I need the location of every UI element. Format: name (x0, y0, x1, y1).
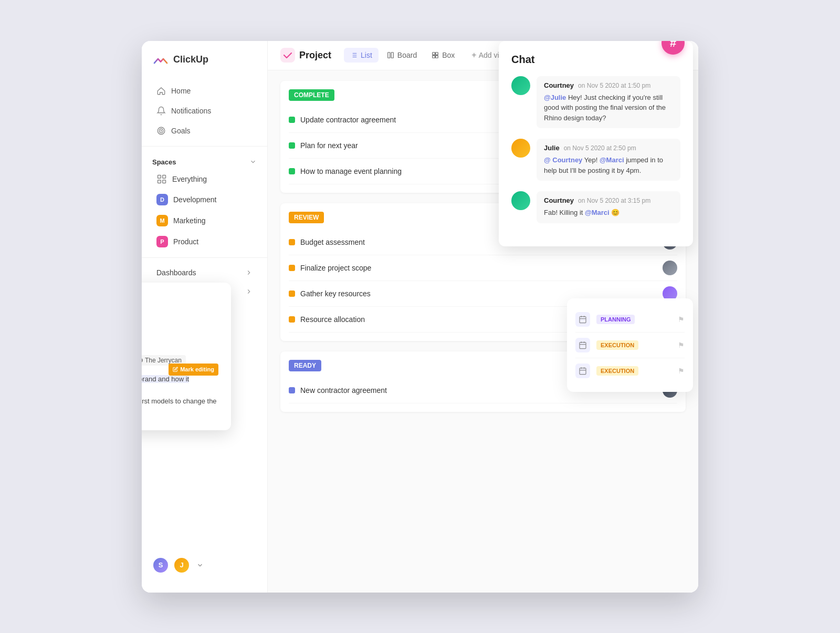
chat-message-1: Courtney on Nov 5 2020 at 1:50 pm @Julie… (511, 76, 680, 129)
chat-bubble-header-1: Courtney on Nov 5 2020 at 1:50 pm (544, 81, 673, 89)
development-dot: D (156, 194, 168, 205)
tab-list[interactable]: List (344, 48, 379, 63)
user-avatar-s[interactable]: S (152, 557, 169, 574)
chat-text-1: @Julie Hey! Just checking if you're stil… (544, 92, 673, 123)
chat-panel: # Chat Courtney on Nov 5 2020 at 1:50 pm… (499, 41, 693, 246)
chevron-right-icon (245, 269, 253, 276)
chat-text-2: @ Courtney Yep! @Marci jumped in to help… (544, 155, 673, 175)
complete-badge: COMPLETE (289, 89, 334, 101)
chat-time-2: on Nov 5 2020 at 2:50 pm (564, 144, 636, 152)
page-links-label: PAGE LINKS (142, 345, 218, 351)
project-title: Project (299, 50, 331, 61)
marketing-label: Marketing (173, 216, 205, 225)
development-label: Development (173, 195, 217, 204)
edit-icon (173, 367, 178, 372)
chat-title: Chat (511, 54, 680, 66)
chat-mention-4: @Marci (585, 209, 610, 216)
status-dot-ready (289, 387, 295, 393)
sidebar-footer: S J (142, 548, 267, 582)
svg-rect-16 (433, 53, 435, 55)
sidebar-item-dashboards[interactable]: Dashboards (146, 264, 263, 282)
chat-mention-3: @Marci (600, 156, 624, 164)
flag-icon-1: ⚑ (678, 315, 685, 324)
marketing-dot: M (156, 215, 168, 226)
chat-hash-icon: # (662, 41, 685, 55)
svg-rect-22 (580, 316, 586, 323)
table-row[interactable]: Finalize project scope (289, 255, 677, 281)
execution-badge-1: EXECUTION (596, 340, 638, 350)
task-avatar (663, 261, 677, 275)
sidebar-item-everything[interactable]: Everything (146, 170, 263, 189)
list-item[interactable]: EXECUTION ⚑ (575, 333, 685, 358)
svg-rect-19 (436, 56, 438, 58)
task-name: Finalize project scope (300, 264, 657, 272)
status-dot-complete (289, 142, 295, 149)
nav-notifications-label: Notifications (171, 107, 211, 115)
page-link-dot-3 (142, 358, 143, 362)
chat-author-1: Courtney (544, 81, 574, 89)
nav-notifications[interactable]: Notifications (146, 101, 263, 120)
nav-goals-label: Goals (171, 127, 191, 135)
chat-author-3: Courtney (544, 196, 574, 204)
nav-goals[interactable]: Goals (146, 121, 263, 140)
chat-time-1: on Nov 5 2020 at 1:50 pm (578, 82, 650, 89)
chat-bubble-2: Julie on Nov 5 2020 at 2:50 pm @ Courtne… (537, 139, 680, 181)
tab-board[interactable]: Board (381, 48, 423, 63)
box-icon (432, 51, 439, 59)
chevron-down-icon (249, 158, 257, 165)
task-name: Gather key resources (300, 289, 657, 298)
ready-badge: READY (289, 360, 321, 371)
status-dot-complete (289, 117, 295, 123)
spaces-header: Spaces (142, 152, 267, 169)
chat-avatar-courtney-2 (511, 191, 530, 210)
sidebar-item-marketing[interactable]: M Marketing (146, 211, 263, 231)
status-dot-review (289, 239, 295, 245)
svg-rect-15 (391, 53, 393, 58)
svg-rect-30 (580, 368, 586, 374)
chat-bubble-header-3: Courtney on Nov 5 2020 at 3:15 pm (544, 196, 673, 204)
list-icon (350, 51, 358, 59)
list-item[interactable]: EXECUTION ⚑ (575, 358, 685, 383)
svg-rect-3 (158, 175, 161, 178)
status-dot-review (289, 290, 295, 297)
svg-rect-18 (433, 56, 435, 58)
chat-bubble-3: Courtney on Nov 5 2020 at 3:15 pm Fab! K… (537, 191, 680, 223)
product-label: Product (173, 237, 198, 246)
chevron-down-footer-icon (196, 562, 204, 569)
chat-bubble-header-2: Julie on Nov 5 2020 at 2:50 pm (544, 144, 673, 152)
tab-box[interactable]: Box (425, 48, 461, 63)
docs-title-section: Docs Add Comment Settings (142, 295, 218, 316)
nav-home[interactable]: Home (146, 81, 263, 100)
chat-avatar-julie (511, 139, 530, 158)
execution-badge-2: EXECUTION (596, 366, 638, 376)
sidebar-item-development[interactable]: D Development (146, 190, 263, 210)
docs-panel: Docs Add Comment Settings Meeting Notes … (142, 283, 231, 431)
clickup-logo-icon (152, 51, 169, 68)
chat-message-3: Courtney on Nov 5 2020 at 3:15 pm Fab! K… (511, 191, 680, 223)
status-dot-review (289, 316, 295, 323)
chat-mention-2: @ Courtney (544, 156, 582, 164)
user-avatar-j[interactable]: J (173, 557, 190, 574)
docs-body: Mark editing Today, many of us know the … (142, 374, 218, 418)
chat-author-2: Julie (544, 144, 560, 152)
home-icon (156, 86, 166, 96)
chat-time-3: on Nov 5 2020 at 3:15 pm (578, 197, 650, 204)
calendar-icon-3 (575, 364, 590, 378)
docs-actions: Add Comment Settings (142, 309, 218, 316)
board-icon (387, 51, 394, 59)
chat-avatar-courtney (511, 76, 530, 95)
nav-home-label: Home (171, 87, 191, 95)
list-item[interactable]: PLANNING ⚑ (575, 307, 685, 333)
docs-title: Docs (142, 295, 218, 305)
svg-rect-4 (163, 175, 166, 178)
sidebar-item-product[interactable]: P Product (146, 232, 263, 252)
svg-rect-6 (163, 180, 166, 183)
logo[interactable]: ClickUp (142, 51, 267, 81)
planning-badge-1: PLANNING (596, 315, 635, 324)
status-dot-complete (289, 168, 295, 174)
svg-rect-7 (280, 48, 295, 63)
chat-bubble-1: Courtney on Nov 5 2020 at 1:50 pm @Julie… (537, 76, 680, 129)
chat-text-3: Fab! Killing it @Marci 😊 (544, 207, 673, 218)
flag-icon-3: ⚑ (678, 367, 685, 375)
view-tabs: List Board Box (344, 48, 461, 63)
